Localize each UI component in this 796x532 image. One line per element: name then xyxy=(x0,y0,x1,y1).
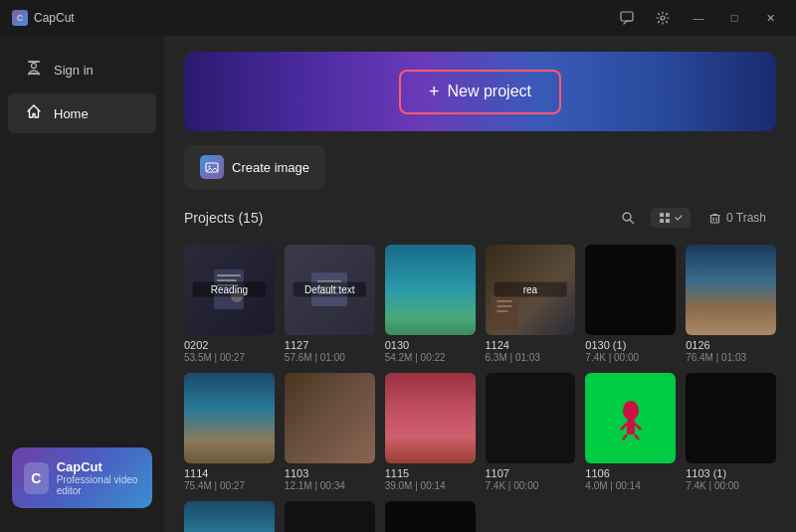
project-thumbnail xyxy=(285,501,375,532)
project-info: 012676.4M | 01:03 xyxy=(686,339,776,363)
svg-point-6 xyxy=(209,166,211,168)
project-meta: 7.4K | 00:00 xyxy=(686,480,776,491)
project-name: 0126 xyxy=(686,339,776,351)
search-button[interactable] xyxy=(613,203,643,233)
project-name: 0130 (1) xyxy=(585,339,676,351)
svg-rect-2 xyxy=(28,61,40,63)
projects-actions: 0 Trash xyxy=(613,203,776,233)
project-name: 1103 xyxy=(285,467,375,479)
project-card[interactable]: 012676.4M | 01:03 xyxy=(686,245,776,363)
new-project-button[interactable]: + New project xyxy=(399,70,561,114)
projects-title: Projects (15) xyxy=(184,210,263,226)
svg-rect-8 xyxy=(660,213,664,217)
project-meta: 6.3M | 01:03 xyxy=(486,352,576,363)
project-info: 111475.4M | 00:27 xyxy=(184,467,275,491)
project-info: 112757.6M | 01:00 xyxy=(285,339,375,363)
brand-name: CapCut xyxy=(57,459,140,474)
projects-header: Projects (15) xyxy=(184,203,776,233)
project-thumbnail: rea xyxy=(486,245,576,335)
project-meta: 75.4M | 00:27 xyxy=(184,480,275,491)
project-card[interactable]: 0130 (1)7.4K | 00:00 xyxy=(585,245,676,363)
project-thumbnail xyxy=(686,245,776,335)
project-card[interactable]: 013054.2M | 00:22 xyxy=(385,245,476,363)
grid-view-button[interactable] xyxy=(651,208,691,228)
project-info: 020253.5M | 00:27 xyxy=(184,339,275,363)
projects-grid: Reading020253.5M | 00:27Default text1127… xyxy=(184,245,776,532)
project-thumbnail xyxy=(585,245,676,335)
svg-rect-10 xyxy=(660,219,664,223)
project-card[interactable] xyxy=(385,501,476,532)
home-label: Home xyxy=(54,106,89,121)
svg-point-23 xyxy=(623,401,639,421)
svg-rect-14 xyxy=(217,274,241,276)
project-name: 1103 (1) xyxy=(686,467,776,479)
trash-button[interactable]: 0 Trash xyxy=(698,207,776,229)
window-controls: — □ ✕ xyxy=(613,4,784,32)
svg-rect-22 xyxy=(492,295,517,329)
project-card[interactable]: 111539.0M | 00:14 xyxy=(385,373,476,491)
app-logo: C xyxy=(12,10,28,26)
project-card[interactable]: 1103 (1)7.4K | 00:00 xyxy=(686,373,776,491)
project-info: 11246.3M | 01:03 xyxy=(486,339,576,363)
sidebar-bottom: C CapCut Professional video editor xyxy=(0,436,164,520)
thumbnail-overlay-text: rea xyxy=(495,282,567,297)
maximize-button[interactable]: □ xyxy=(720,4,748,32)
project-card[interactable]: 110312.1M | 00:34 xyxy=(285,373,375,491)
signin-icon xyxy=(24,60,44,80)
svg-line-26 xyxy=(635,424,641,430)
project-meta: 76.4M | 01:03 xyxy=(686,352,776,363)
svg-rect-12 xyxy=(710,215,718,223)
projects-section: Projects (15) xyxy=(184,203,776,532)
svg-line-27 xyxy=(623,435,627,440)
app-body: Sign in Home C CapCut Professional video… xyxy=(0,36,796,532)
title-bar: C CapCut — □ ✕ xyxy=(0,0,796,36)
project-card[interactable]: Reading020253.5M | 00:27 xyxy=(184,245,275,363)
project-name: 0130 xyxy=(385,339,476,351)
project-thumbnail xyxy=(385,501,476,532)
svg-rect-0 xyxy=(621,12,633,21)
minimize-button[interactable]: — xyxy=(685,4,712,32)
project-card[interactable]: 11077.4K | 00:00 xyxy=(486,373,576,491)
sidebar: Sign in Home C CapCut Professional video… xyxy=(0,36,164,532)
project-thumbnail xyxy=(585,373,676,463)
close-button[interactable]: ✕ xyxy=(756,4,784,32)
trash-label: 0 Trash xyxy=(726,211,766,225)
message-icon[interactable] xyxy=(613,4,641,32)
sidebar-item-signin[interactable]: Sign in xyxy=(8,50,156,89)
project-info: 013054.2M | 00:22 xyxy=(385,339,476,363)
project-card[interactable]: Default text112757.6M | 01:00 xyxy=(285,245,375,363)
project-meta: 53.5M | 00:27 xyxy=(184,352,275,363)
project-name: 1107 xyxy=(486,467,576,479)
project-meta: 12.1M | 00:34 xyxy=(285,480,375,491)
thumbnail-overlay-text: Reading xyxy=(193,282,266,297)
signin-label: Sign in xyxy=(54,63,94,78)
settings-icon[interactable] xyxy=(649,4,677,32)
project-thumbnail xyxy=(385,373,476,463)
svg-point-7 xyxy=(623,213,631,221)
new-project-label: New project xyxy=(448,83,531,100)
main-content: + New project Create image Projects xyxy=(164,36,796,532)
project-thumbnail xyxy=(385,245,476,335)
svg-line-25 xyxy=(621,424,627,430)
project-card[interactable]: 111475.4M | 00:27 xyxy=(184,373,275,491)
project-meta: 54.2M | 00:22 xyxy=(385,352,476,363)
home-icon xyxy=(24,103,44,123)
project-name: 0202 xyxy=(184,339,275,351)
project-card[interactable] xyxy=(285,501,375,532)
plus-icon: + xyxy=(429,82,440,102)
project-thumbnail xyxy=(486,373,576,463)
create-image-button[interactable]: Create image xyxy=(184,145,325,189)
svg-point-1 xyxy=(661,16,665,20)
sidebar-item-home[interactable]: Home xyxy=(8,93,156,133)
app-title: CapCut xyxy=(34,11,75,25)
thumbnail-overlay-text: Default text xyxy=(294,282,366,297)
brand-text: CapCut Professional video editor xyxy=(57,459,140,496)
project-thumbnail: Reading xyxy=(184,245,275,335)
project-card[interactable]: rea11246.3M | 01:03 xyxy=(486,245,576,363)
project-card[interactable]: 11064.0M | 00:14 xyxy=(585,373,676,491)
project-meta: 4.0M | 00:14 xyxy=(585,480,676,491)
svg-rect-11 xyxy=(666,219,670,223)
brand-logo-icon: C xyxy=(24,462,49,494)
project-info: 11077.4K | 00:00 xyxy=(486,467,576,491)
project-card[interactable] xyxy=(184,501,275,532)
